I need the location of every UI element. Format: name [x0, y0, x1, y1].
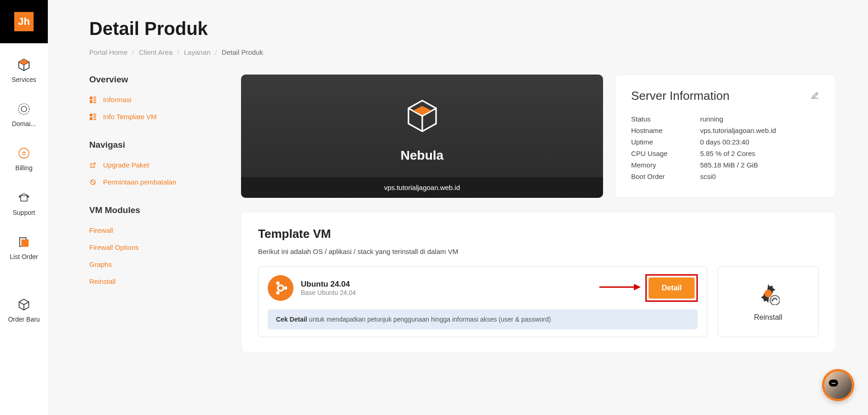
sidebar-item-billing[interactable]: Billing: [0, 137, 48, 181]
sidebar-item-order-baru[interactable]: Order Baru: [0, 288, 48, 333]
reinstall-card[interactable]: Reinstall: [718, 266, 819, 337]
receipt-icon: [17, 146, 31, 160]
svg-rect-10: [93, 98, 96, 99]
info-value: vps.tutorialjagoan.web.id: [700, 127, 820, 134]
breadcrumb-current: Detail Produk: [222, 48, 263, 56]
info-row-memory: Memory 585.18 MiB / 2 GiB: [631, 159, 820, 171]
nav-link-firewall-options[interactable]: Firewall Options: [89, 243, 227, 251]
info-label: Status: [631, 115, 700, 123]
os-card: Ubuntu 24.04 Base Ubuntu 24.04 Detail: [258, 266, 707, 337]
info-row-hostname: Hostname vps.tutorialjagoan.web.id: [631, 125, 820, 136]
info-banner: Cek Detail untuk mendapatkan petunjuk pe…: [268, 309, 698, 329]
svg-point-5: [28, 196, 29, 197]
box-icon: [17, 298, 31, 311]
svg-point-0: [18, 104, 29, 115]
info-row-uptime: Uptime 0 days 00:23:40: [631, 136, 820, 148]
info-label: Memory: [631, 161, 700, 169]
page-title: Detail Produk: [89, 18, 836, 39]
info-label: Boot Order: [631, 173, 700, 180]
detail-button[interactable]: Detail: [649, 277, 695, 299]
logo-block[interactable]: Jh: [0, 0, 48, 43]
info-row-cpu: CPU Usage 5.85 % of 2 Cores: [631, 148, 820, 159]
info-label: Uptime: [631, 138, 700, 146]
svg-point-4: [19, 196, 20, 197]
breadcrumb-link[interactable]: Portal Home: [89, 48, 127, 56]
overview-heading: Overview: [89, 75, 227, 85]
svg-rect-8: [90, 97, 92, 99]
breadcrumb-link[interactable]: Layanan: [184, 48, 211, 56]
svg-rect-12: [93, 100, 96, 101]
svg-rect-17: [90, 117, 92, 120]
svg-marker-26: [634, 284, 641, 290]
logo: Jh: [14, 12, 34, 31]
sidebar-item-domains[interactable]: Domai...: [0, 93, 48, 137]
nav-link-label: Info Template VM: [103, 113, 156, 121]
chat-avatar: •••: [824, 371, 852, 399]
sidebar-item-label: Support: [12, 208, 35, 217]
svg-point-2: [19, 149, 29, 159]
cancel-icon: [89, 179, 97, 186]
sidebar-item-label: Billing: [15, 164, 32, 172]
nav-link-label: Informasi: [103, 96, 132, 104]
svg-point-24: [276, 291, 280, 295]
banner-text: untuk mendapatkan petunjuk penggunaan hi…: [307, 316, 551, 323]
breadcrumb: Portal Home / Client Area / Layanan / De…: [89, 48, 836, 56]
info-icon: [89, 113, 97, 121]
os-name: Ubuntu 24.04: [301, 280, 638, 289]
edit-icon[interactable]: [811, 91, 820, 102]
product-cube-icon: [404, 98, 441, 134]
template-vm-card: Template VM Berikut ini adalah OS / apli…: [241, 212, 836, 352]
info-value: 5.85 % of 2 Cores: [700, 150, 820, 157]
server-info-card: Server Information Status running Hostna…: [615, 75, 836, 198]
product-name: Nebula: [250, 148, 594, 163]
nav-link-upgrade-paket[interactable]: Upgrade Paket: [89, 161, 227, 169]
nav-link-graphs[interactable]: Graphs: [89, 260, 227, 268]
template-title: Template VM: [258, 227, 819, 241]
sidebar-item-label: List Order: [10, 253, 38, 261]
svg-rect-15: [93, 114, 96, 115]
nav-link-firewall[interactable]: Firewall: [89, 226, 227, 234]
svg-rect-13: [93, 102, 96, 103]
nav-link-label: Permintaan pembatalan: [103, 178, 176, 186]
svg-rect-16: [93, 115, 96, 116]
sidebar-item-label: Domai...: [12, 120, 36, 128]
info-value: scsi0: [700, 173, 820, 180]
external-link-icon: [89, 161, 97, 169]
sidebar-item-list-order[interactable]: List Order: [0, 226, 48, 270]
cube-icon: [17, 58, 31, 72]
info-value: 0 days 00:23:40: [700, 138, 820, 146]
nav-link-informasi[interactable]: Informasi: [89, 96, 227, 104]
nav-link-label: Upgrade Paket: [103, 161, 149, 169]
arrow-annotation: [599, 282, 641, 294]
ubuntu-icon: [268, 275, 293, 301]
sidebar-item-services[interactable]: Services: [0, 49, 48, 93]
product-card: Nebula vps.tutorialjagoan.web.id: [241, 75, 603, 198]
nav-link-reinstall[interactable]: Reinstall: [89, 277, 227, 285]
svg-rect-18: [93, 117, 96, 118]
breadcrumb-link[interactable]: Client Area: [139, 48, 172, 56]
navigasi-heading: Navigasi: [89, 140, 227, 150]
server-info-title: Server Information: [631, 89, 730, 103]
svg-point-22: [284, 286, 287, 290]
reinstall-label: Reinstall: [754, 313, 782, 322]
nav-link-permintaan-pembatalan[interactable]: Permintaan pembatalan: [89, 178, 227, 186]
info-value: running: [700, 115, 820, 123]
support-icon: [17, 191, 31, 205]
info-label: Hostname: [631, 127, 700, 134]
sidebar-item-support[interactable]: Support: [0, 182, 48, 226]
info-row-status: Status running: [631, 113, 820, 125]
svg-rect-9: [93, 97, 96, 98]
chat-bubble-icon: •••: [829, 380, 838, 386]
vm-modules-heading: VM Modules: [89, 205, 227, 215]
detail-highlight: Detail: [645, 274, 698, 302]
os-subtitle: Base Ubuntu 24.04: [301, 289, 638, 296]
nav-link-info-template-vm[interactable]: Info Template VM: [89, 113, 227, 121]
info-label: CPU Usage: [631, 150, 700, 157]
sidebar-item-label: Order Baru: [8, 315, 40, 323]
banner-strong: Cek Detail: [276, 316, 307, 323]
template-desc: Berikut ini adalah OS / aplikasi / stack…: [258, 248, 819, 255]
svg-point-1: [21, 106, 27, 112]
svg-rect-11: [90, 100, 92, 103]
chat-fab[interactable]: •••: [822, 369, 854, 401]
info-row-boot: Boot Order scsi0: [631, 171, 820, 182]
